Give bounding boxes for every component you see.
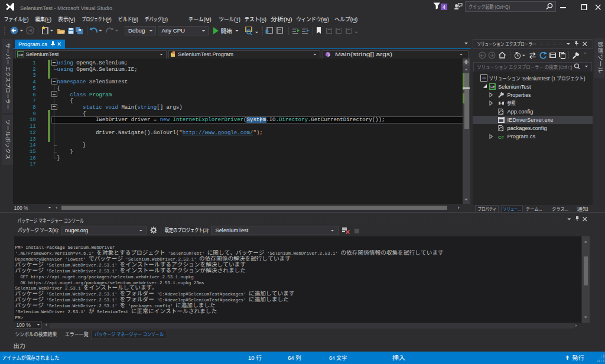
svg-text:{: { bbox=[83, 110, 86, 117]
svg-text:OpenQA.Selenium;: OpenQA.Selenium; bbox=[73, 60, 128, 66]
svg-text:診断ツール: 診断ツール bbox=[597, 41, 605, 73]
svg-text:OpenQA.Selenium.IE;: OpenQA.Selenium.IE; bbox=[73, 66, 138, 73]
svg-text:C#: C# bbox=[498, 135, 504, 140]
svg-text:チーム...: チーム... bbox=[526, 205, 542, 213]
svg-text:Debug: Debug bbox=[128, 27, 145, 34]
svg-text:System: System bbox=[247, 116, 266, 123]
svg-text:": " bbox=[584, 51, 586, 57]
svg-text:Main(: Main( bbox=[121, 104, 137, 110]
svg-text:通知: 通知 bbox=[577, 205, 588, 213]
svg-text:SeleniumTest - Microsoft Visua: SeleniumTest - Microsoft Visual Studio bbox=[20, 5, 112, 11]
svg-text:∞: ∞ bbox=[482, 76, 486, 81]
svg-text:new: new bbox=[160, 116, 170, 123]
svg-text:Program.cs: Program.cs bbox=[18, 41, 47, 47]
svg-text:8: 8 bbox=[32, 104, 35, 110]
svg-text:InternetExplorerDriver: InternetExplorerDriver bbox=[173, 116, 243, 123]
svg-text:9: 9 bbox=[32, 110, 35, 117]
svg-text:クイック起動 (Ctrl+Q): クイック起動 (Ctrl+Q) bbox=[469, 2, 510, 11]
svg-text:10 行: 10 行 bbox=[248, 353, 262, 362]
svg-text:GET https://api.nuget.org/pack: GET https://api.nuget.org/packages/selen… bbox=[20, 275, 193, 280]
svg-text:チーム(M): チーム(M) bbox=[188, 15, 212, 23]
svg-text:ファイル(F): ファイル(F) bbox=[4, 15, 28, 23]
svg-text:C#: C# bbox=[490, 85, 495, 89]
svg-text:}: } bbox=[83, 142, 86, 148]
svg-text:namespace: namespace bbox=[57, 79, 86, 85]
svg-text:クラス...: クラス... bbox=[552, 205, 568, 213]
svg-text:[] args): [] args) bbox=[157, 104, 183, 110]
svg-text:開始: 開始 bbox=[221, 27, 232, 35]
svg-text:.GetCurrentDirectory());: .GetCurrentDirectory()); bbox=[308, 116, 385, 123]
svg-text:挿入: 挿入 bbox=[392, 353, 405, 362]
svg-text:using: using bbox=[57, 60, 73, 66]
svg-text:パッケージ ソース(K):: パッケージ ソース(K): bbox=[18, 226, 59, 234]
svg-text:Properties: Properties bbox=[508, 92, 531, 98]
svg-text:パッケージ マネージャー コンソール: パッケージ マネージャー コンソール bbox=[95, 330, 164, 338]
svg-text:SeleniumTest.Program: SeleniumTest.Program bbox=[178, 51, 233, 57]
svg-text:15: 15 bbox=[30, 148, 36, 155]
svg-text:Any CPU: Any CPU bbox=[162, 27, 186, 34]
svg-text:参照: 参照 bbox=[508, 99, 516, 107]
svg-text:7: 7 bbox=[32, 98, 35, 104]
svg-text:nuget.org: nuget.org bbox=[65, 228, 88, 233]
svg-text:1: 1 bbox=[32, 60, 35, 66]
svg-text:Program: Program bbox=[89, 92, 112, 98]
svg-text:プロパティ: プロパティ bbox=[478, 205, 497, 213]
svg-text:");: "); bbox=[253, 129, 262, 136]
svg-text:出力: 出力 bbox=[14, 342, 26, 350]
svg-text:ヘルプ(H): ヘルプ(H) bbox=[334, 15, 357, 23]
svg-text:14: 14 bbox=[30, 142, 36, 148]
svg-text:}: } bbox=[57, 155, 60, 161]
svg-text:3: 3 bbox=[32, 72, 35, 79]
svg-text:既定のプロジェクト(J):: 既定のプロジェクト(J): bbox=[164, 226, 209, 234]
svg-text:11: 11 bbox=[30, 123, 36, 129]
svg-text:5: 5 bbox=[32, 85, 35, 92]
svg-text:12: 12 bbox=[30, 129, 36, 136]
svg-text:}: } bbox=[70, 148, 73, 155]
svg-text:アイテムが保存されました: アイテムが保存されました bbox=[2, 353, 60, 362]
svg-text:{: { bbox=[70, 98, 73, 104]
svg-text:packages.config: packages.config bbox=[508, 125, 547, 131]
svg-text:Directory: Directory bbox=[279, 116, 308, 123]
svg-text:Main(string[] args): Main(string[] args) bbox=[335, 51, 392, 57]
svg-text:17: 17 bbox=[30, 161, 36, 167]
svg-text:C#: C# bbox=[18, 53, 23, 57]
svg-text:.IO.: .IO. bbox=[266, 116, 279, 123]
svg-text:編集(E): 編集(E) bbox=[35, 15, 52, 23]
svg-text:{: { bbox=[57, 85, 60, 92]
svg-text:デバッグ(D): デバッグ(D) bbox=[145, 15, 168, 23]
svg-text:driver.Navigate().GoToUrl(: driver.Navigate().GoToUrl( bbox=[96, 129, 179, 136]
svg-text:13: 13 bbox=[30, 136, 36, 142]
svg-text:10: 10 bbox=[30, 116, 36, 123]
svg-text:表示(V): 表示(V) bbox=[58, 15, 75, 23]
svg-text:static void: static void bbox=[83, 104, 118, 110]
svg-text:App.config: App.config bbox=[508, 109, 534, 115]
svg-text:SeleniumTest: SeleniumTest bbox=[498, 84, 531, 90]
svg-text:Program.cs: Program.cs bbox=[508, 134, 536, 139]
svg-text:100 %: 100 % bbox=[17, 322, 31, 328]
svg-text:ツールボックス: ツールボックス bbox=[4, 119, 12, 160]
svg-text:SeleniumTest: SeleniumTest bbox=[86, 79, 128, 85]
svg-text:64 文字: 64 文字 bbox=[329, 353, 347, 362]
svg-text:ウィンドウ(W): ウィンドウ(W) bbox=[296, 15, 329, 23]
svg-text:PM>: PM> bbox=[15, 316, 24, 320]
svg-text:IEDriverServer.exe: IEDriverServer.exe bbox=[508, 117, 554, 123]
svg-text:プロジェクト(P): プロジェクト(P) bbox=[82, 15, 112, 23]
svg-text:ソリューション エクスプローラー: ソリューション エクスプローラー bbox=[477, 40, 536, 48]
svg-text:エラー一覧: エラー一覧 bbox=[65, 330, 89, 338]
svg-text:分析(N): 分析(N) bbox=[271, 15, 292, 23]
svg-text:パッケージ マネージャー コンソール: パッケージ マネージャー コンソール bbox=[17, 216, 84, 225]
svg-text:シンボルの検索結果: シンボルの検索結果 bbox=[15, 330, 57, 338]
svg-text:ソリューション エクスプローラー の検索 (Ctrl+;): ソリューション エクスプローラー の検索 (Ctrl+;) bbox=[477, 63, 573, 71]
svg-text:4: 4 bbox=[443, 4, 445, 10]
svg-text:ソリュー...: ソリュー... bbox=[503, 205, 521, 213]
svg-text:サーバー エクスプローラー: サーバー エクスプローラー bbox=[4, 43, 12, 109]
svg-text:テスト(S): テスト(S) bbox=[244, 15, 266, 23]
svg-text:IWebDriver driver =: IWebDriver driver = bbox=[96, 116, 160, 123]
svg-text:4: 4 bbox=[32, 79, 35, 85]
svg-text:64 列: 64 列 bbox=[288, 353, 301, 362]
svg-text:SeleniumTest: SeleniumTest bbox=[26, 51, 59, 57]
svg-text:using: using bbox=[57, 66, 73, 73]
svg-text:ツール(T): ツール(T) bbox=[219, 15, 240, 23]
svg-text:2: 2 bbox=[32, 66, 35, 73]
svg-text:発行: 発行 bbox=[572, 353, 584, 362]
